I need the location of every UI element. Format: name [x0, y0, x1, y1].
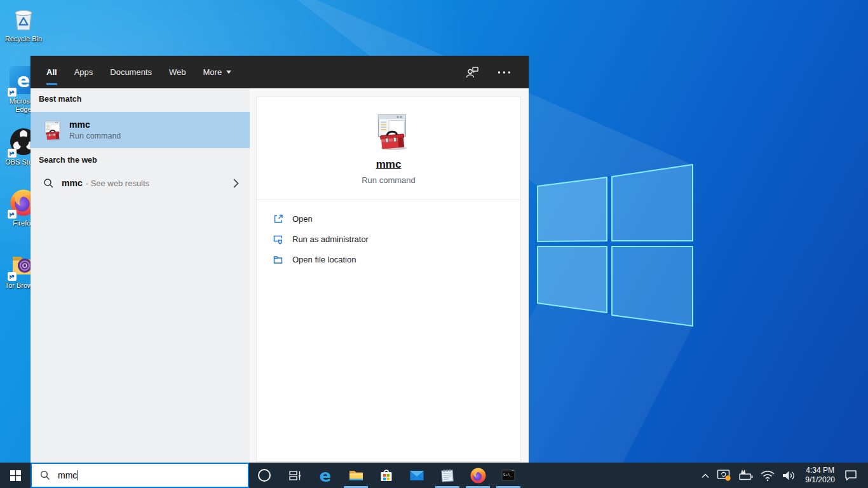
action-open[interactable]: Open	[257, 208, 520, 229]
clock-time: 4:34 PM	[805, 466, 835, 475]
results-column: Best match mmc Run command Search the we…	[31, 88, 250, 463]
result-subtitle: Run command	[69, 132, 121, 140]
tab-documents[interactable]: Documents	[110, 56, 152, 88]
web-search-result[interactable]: mmc - See web results	[31, 172, 250, 194]
open-icon	[273, 214, 283, 224]
system-tray: 4:34 PM 9/1/2020	[698, 463, 868, 488]
chevron-right-icon	[233, 179, 239, 188]
best-match-result-mmc[interactable]: mmc Run command	[31, 112, 250, 148]
search-filter-tabs: All Apps Documents Web More	[31, 56, 529, 88]
taskbar-clock[interactable]: 4:34 PM 9/1/2020	[799, 466, 841, 485]
task-view-button[interactable]	[280, 463, 310, 488]
clock-date: 9/1/2020	[805, 475, 835, 485]
taskbar: mmc e	[0, 463, 868, 488]
tab-all[interactable]: All	[46, 56, 57, 88]
taskbar-notepad-button[interactable]	[432, 463, 463, 488]
taskbar-search-input[interactable]: mmc	[31, 463, 249, 488]
preview-subtitle: Run command	[257, 175, 520, 185]
action-center-button[interactable]	[841, 463, 864, 488]
mmc-icon	[40, 119, 62, 141]
start-button[interactable]	[0, 463, 31, 488]
cortana-button[interactable]	[249, 463, 280, 488]
dropdown-arrow-icon	[226, 71, 231, 74]
taskbar-command-prompt-button[interactable]: C:\_	[493, 463, 524, 488]
taskbar-edge-button[interactable]: e	[310, 463, 341, 488]
user-feedback-icon	[465, 65, 479, 79]
shortcut-arrow-icon	[8, 210, 17, 219]
web-query: mmc	[62, 178, 83, 188]
action-center-icon	[844, 469, 858, 482]
preview-title-link[interactable]: mmc	[257, 158, 520, 171]
wifi-icon	[760, 470, 775, 482]
tab-more[interactable]: More	[203, 56, 232, 88]
search-flyout: All Apps Documents Web More Best matc	[31, 56, 529, 463]
taskbar-store-button[interactable]	[371, 463, 402, 488]
tab-web[interactable]: Web	[169, 56, 186, 88]
svg-text:C:\_: C:\_	[503, 472, 513, 477]
feedback-user-button[interactable]	[465, 65, 479, 79]
admin-shield-icon	[273, 234, 283, 245]
battery-charging-icon	[738, 469, 754, 482]
action-label: Run as administrator	[292, 234, 369, 244]
action-open-file-location[interactable]: Open file location	[257, 249, 520, 269]
preview-pane: mmc Run command Open	[256, 97, 521, 462]
shortcut-arrow-icon	[8, 272, 17, 281]
best-match-header: Best match	[39, 95, 81, 104]
folder-location-icon	[273, 254, 283, 265]
tray-chevron-button[interactable]	[698, 463, 713, 488]
desktop-icon-recycle-bin[interactable]: Recycle Bin	[3, 4, 44, 43]
taskbar-file-explorer-button[interactable]	[341, 463, 371, 488]
result-title: mmc	[69, 119, 121, 130]
microsoft-store-icon	[378, 467, 395, 484]
windows-start-icon	[10, 470, 21, 481]
notepad-icon	[439, 467, 456, 484]
ellipsis-icon	[498, 71, 512, 74]
tray-volume-button[interactable]	[778, 463, 799, 488]
action-label: Open	[292, 214, 313, 224]
tray-display-notification-button[interactable]	[713, 463, 735, 488]
chevron-up-icon	[701, 473, 710, 478]
taskbar-firefox-button[interactable]	[463, 463, 493, 488]
tab-apps[interactable]: Apps	[74, 56, 93, 88]
shortcut-arrow-icon	[8, 88, 17, 97]
web-suffix: - See web results	[86, 179, 149, 188]
display-sync-icon	[716, 468, 731, 482]
edge-icon: e	[320, 466, 331, 485]
mail-icon	[409, 467, 425, 484]
search-results-body: Best match mmc Run command Search the we…	[31, 88, 529, 463]
command-prompt-icon: C:\_	[500, 467, 517, 484]
task-view-icon	[289, 470, 301, 481]
desktop-icon-label: Recycle Bin	[3, 35, 44, 43]
search-query-text: mmc	[58, 470, 77, 480]
action-label: Open file location	[292, 255, 356, 264]
firefox-icon	[470, 467, 487, 484]
speaker-icon	[782, 470, 796, 482]
tray-battery-button[interactable]	[735, 463, 757, 488]
taskbar-mail-button[interactable]	[402, 463, 432, 488]
text-cursor	[78, 470, 78, 480]
shortcut-arrow-icon	[8, 149, 17, 158]
tray-network-button[interactable]	[757, 463, 778, 488]
search-web-header: Search the web	[39, 156, 97, 165]
search-icon	[40, 470, 50, 480]
cortana-icon	[258, 469, 271, 482]
best-match-text: mmc Run command	[69, 119, 121, 140]
options-button[interactable]	[498, 71, 512, 74]
recycle-bin-icon	[9, 4, 38, 33]
search-icon	[43, 178, 54, 189]
mmc-icon-large	[369, 112, 409, 151]
action-list: Open Run as administrator	[257, 200, 520, 269]
file-explorer-icon	[348, 467, 364, 484]
action-run-as-administrator[interactable]: Run as administrator	[257, 229, 520, 249]
